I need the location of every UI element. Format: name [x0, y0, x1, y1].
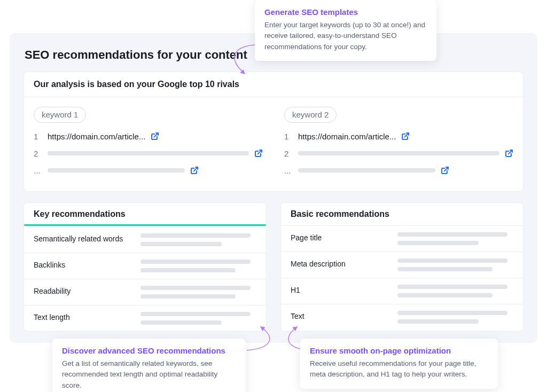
- keyword-chip[interactable]: keyword 2: [284, 107, 337, 123]
- callout-body: Receive useful recommendations for your …: [310, 358, 488, 380]
- rank-number: 2: [34, 149, 42, 158]
- keyword-chip[interactable]: keyword 1: [34, 107, 86, 123]
- placeholder-bar: [48, 151, 249, 155]
- external-link-icon[interactable]: [505, 149, 513, 158]
- row-label: Text length: [34, 312, 130, 322]
- row-label: Readability: [34, 286, 130, 295]
- placeholder-bar: [48, 168, 185, 173]
- rank-row: 1 https://domain.com/article...: [284, 130, 513, 142]
- list-item: Page title: [281, 226, 523, 252]
- rank-number: ...: [284, 166, 293, 175]
- analysis-header: Our analysis is based on your Google top…: [24, 72, 523, 97]
- row-placeholder: [140, 286, 256, 299]
- row-label: Page title: [291, 232, 387, 242]
- placeholder-bar: [298, 151, 499, 155]
- list-item: Text length: [24, 305, 266, 331]
- rank-number: 2: [284, 149, 293, 158]
- list-item: H1: [281, 278, 523, 304]
- callout-onpage-opt: Ensure smooth on-page optimization Recei…: [300, 339, 498, 389]
- callout-body: Get a list of semantically related keywo…: [62, 358, 236, 391]
- rank-url[interactable]: https://domain.com/article...: [298, 132, 396, 141]
- placeholder-bar: [298, 168, 435, 173]
- callout-body: Enter your target keywords (up to 30 at …: [264, 20, 427, 52]
- basic-recommendations-header: Basic recommendations: [281, 203, 523, 226]
- callout-advanced-seo: Discover advanced SEO recommendations Ge…: [52, 339, 246, 392]
- callout-title: Ensure smooth on-page optimization: [310, 346, 488, 355]
- external-link-icon[interactable]: [254, 149, 263, 158]
- row-placeholder: [140, 312, 256, 325]
- keyword-column-2: keyword 2 1 https://domain.com/article..…: [284, 107, 513, 182]
- list-item: Text: [281, 304, 523, 330]
- list-item: Backlinks: [24, 253, 266, 279]
- rank-row: 2: [34, 147, 263, 159]
- list-item: Readability: [24, 279, 266, 305]
- recommendation-columns: Key recommendations Semantically related…: [24, 202, 523, 332]
- row-label: H1: [291, 285, 387, 294]
- row-placeholder: [397, 311, 513, 324]
- row-placeholder: [397, 232, 513, 245]
- row-label: Semantically related words: [34, 233, 130, 243]
- list-item: Meta description: [281, 252, 523, 278]
- callout-title: Generate SEO templates: [264, 7, 427, 17]
- external-link-icon[interactable]: [190, 166, 199, 175]
- row-label: Text: [291, 311, 387, 320]
- row-label: Meta description: [291, 258, 387, 268]
- keyword-column-1: keyword 1 1 https://domain.com/article..…: [34, 107, 263, 182]
- keyword-columns: keyword 1 1 https://domain.com/article..…: [24, 97, 523, 191]
- callout-generate-seo: Generate SEO templates Enter your target…: [255, 0, 436, 61]
- row-placeholder: [397, 285, 513, 297]
- rank-number: 1: [34, 132, 42, 141]
- key-recommendations-panel: Key recommendations Semantically related…: [24, 202, 267, 332]
- row-placeholder: [140, 233, 256, 246]
- rank-number: ...: [34, 166, 42, 175]
- main-content-card: SEO recommendations for your content Our…: [10, 33, 537, 343]
- rank-row: ...: [284, 164, 513, 176]
- rank-row: 2: [284, 147, 513, 159]
- rank-row: ...: [34, 164, 263, 176]
- rank-url[interactable]: https://domain.com/article...: [48, 132, 145, 141]
- external-link-icon[interactable]: [441, 166, 449, 175]
- external-link-icon[interactable]: [151, 132, 159, 140]
- rank-number: 1: [284, 132, 293, 141]
- rank-row: 1 https://domain.com/article...: [34, 130, 263, 142]
- row-placeholder: [397, 258, 513, 271]
- external-link-icon[interactable]: [401, 132, 410, 140]
- row-label: Backlinks: [34, 260, 130, 269]
- callout-title: Discover advanced SEO recommendations: [62, 346, 236, 355]
- list-item: Semantically related words: [24, 227, 266, 253]
- row-placeholder: [140, 260, 256, 272]
- key-recommendations-header: Key recommendations: [24, 203, 266, 227]
- analysis-panel: Our analysis is based on your Google top…: [24, 72, 523, 192]
- basic-recommendations-panel: Basic recommendations Page title Meta de…: [280, 202, 523, 332]
